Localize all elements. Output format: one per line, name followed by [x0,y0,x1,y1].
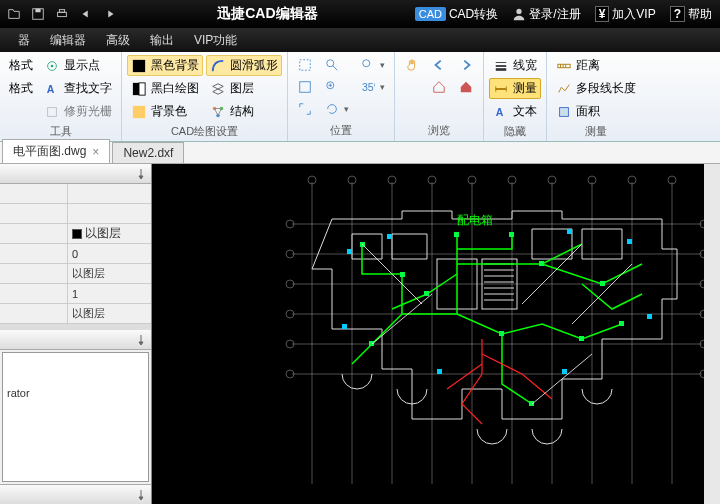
bg-color-button[interactable]: 背景色 [127,101,203,122]
svg-rect-101 [647,314,652,319]
svg-rect-8 [48,107,57,116]
format-button-2[interactable]: 格式 [5,78,37,99]
panel-header [0,164,151,184]
svg-rect-91 [579,336,584,341]
color-swatch [72,229,82,239]
pan-button[interactable] [400,55,424,75]
grid-row[interactable]: 以图层 [0,224,151,244]
grid-row[interactable] [0,184,151,204]
pos-btn-8[interactable]: 35°▾ [356,77,389,97]
distance-button[interactable]: 距离 [552,55,640,76]
svg-line-19 [333,66,337,70]
forward-button[interactable] [454,55,478,75]
workspace: 以图层 0 以图层 1 以图层 rator [0,164,720,504]
pos-btn-7[interactable]: ▾ [356,55,389,75]
home2-button[interactable] [454,77,478,97]
bw-icon [131,81,147,97]
help-button[interactable]: ?帮助 [666,4,716,25]
menu-item-editor[interactable]: 编辑器 [40,29,96,52]
text-button[interactable]: A文本 [489,101,541,122]
ribbon-group-tools: 格式 格式 显示点 A查找文字 修剪光栅 工具 [0,52,122,141]
measure-icon [493,81,509,97]
panel-text: rator [7,387,144,399]
menu-bar: 器 编辑器 高级 输出 VIP功能 [0,28,720,52]
menu-item-output[interactable]: 输出 [140,29,184,52]
pos-btn-1[interactable] [293,55,317,75]
undo-icon[interactable] [76,4,96,24]
open-icon[interactable] [4,4,24,24]
forward-arrow-icon [458,57,474,73]
pos-btn-5[interactable] [320,77,353,97]
menu-item-advanced[interactable]: 高级 [96,29,140,52]
polyline-length-button[interactable]: 多段线长度 [552,78,640,99]
black-bg-button[interactable]: 黑色背景 [127,55,203,76]
show-point-button[interactable]: 显示点 [40,55,116,76]
floorplan-drawing: 配电箱 [282,174,712,494]
document-tabs: 电平面图.dwg× New2.dxf [0,142,720,164]
cad-convert-button[interactable]: CADCAD转换 [411,4,503,25]
pin-icon[interactable] [135,334,147,346]
grid-row[interactable] [0,204,151,224]
measure-button[interactable]: 测量 [489,78,541,99]
pos-btn-3[interactable] [293,99,317,119]
svg-rect-93 [424,291,429,296]
menu-item-0[interactable]: 器 [8,29,40,52]
format-button-1[interactable]: 格式 [5,55,37,76]
close-tab-icon[interactable]: × [92,145,99,159]
pin-icon[interactable] [135,168,147,180]
layer-button[interactable]: 图层 [206,78,282,99]
svg-rect-90 [499,331,504,336]
tab-active[interactable]: 电平面图.dwg× [2,139,110,163]
vertical-scrollbar[interactable] [704,164,720,504]
print-icon[interactable] [52,4,72,24]
panel-footer [0,484,151,504]
save-icon[interactable] [28,4,48,24]
menu-item-vip[interactable]: VIP功能 [184,29,247,52]
struct-button[interactable]: 结构 [206,101,282,122]
pos-btn-6[interactable]: ▾ [320,99,353,119]
selection-icon [297,57,313,73]
svg-rect-88 [539,261,544,266]
drawing-canvas[interactable]: 配电箱 [152,164,720,504]
svg-rect-12 [133,105,145,117]
ribbon-group-measure: 距离 多段线长度 面积 测量 [547,52,645,141]
grid-row[interactable]: 以图层 [0,304,151,324]
back-arrow-icon [431,57,447,73]
text-icon: A [493,104,509,120]
home2-icon [458,79,474,95]
home-button[interactable] [427,77,451,97]
svg-line-106 [572,264,632,324]
svg-rect-100 [342,324,347,329]
blackbg-icon [131,58,147,74]
lineweight-button[interactable]: 线宽 [489,55,541,76]
pin-icon[interactable] [135,489,147,501]
ribbon-group-label: 位置 [293,121,389,138]
point-icon [44,58,60,74]
pos-btn-4[interactable] [320,55,353,75]
bw-draw-button[interactable]: 黑白绘图 [127,78,203,99]
vip-button[interactable]: ¥加入VIP [591,4,660,25]
svg-rect-102 [437,369,442,374]
svg-rect-10 [133,82,139,94]
svg-rect-99 [627,239,632,244]
redo-icon[interactable] [100,4,120,24]
layer-icon [210,81,226,97]
grid-row[interactable]: 以图层 [0,264,151,284]
smooth-arc-button[interactable]: 圆滑弧形 [206,55,282,76]
zoom-icon [324,57,340,73]
login-button[interactable]: 登录/注册 [508,4,584,25]
pos-btn-2[interactable] [293,77,317,97]
crop-raster-button[interactable]: 修剪光栅 [40,101,116,122]
svg-rect-2 [58,12,67,16]
polyline-icon [556,81,572,97]
find-text-button[interactable]: A查找文字 [40,78,116,99]
ribbon-group-label: 测量 [552,122,640,139]
svg-text:配电箱: 配电箱 [457,213,493,227]
svg-rect-98 [567,229,572,234]
grid-row[interactable]: 1 [0,284,151,304]
back-button[interactable] [427,55,451,75]
ribbon: 格式 格式 显示点 A查找文字 修剪光栅 工具 黑色背景 黑白绘图 背景色 圆滑… [0,52,720,142]
tab-inactive[interactable]: New2.dxf [112,142,184,163]
area-button[interactable]: 面积 [552,101,640,122]
grid-row[interactable]: 0 [0,244,151,264]
